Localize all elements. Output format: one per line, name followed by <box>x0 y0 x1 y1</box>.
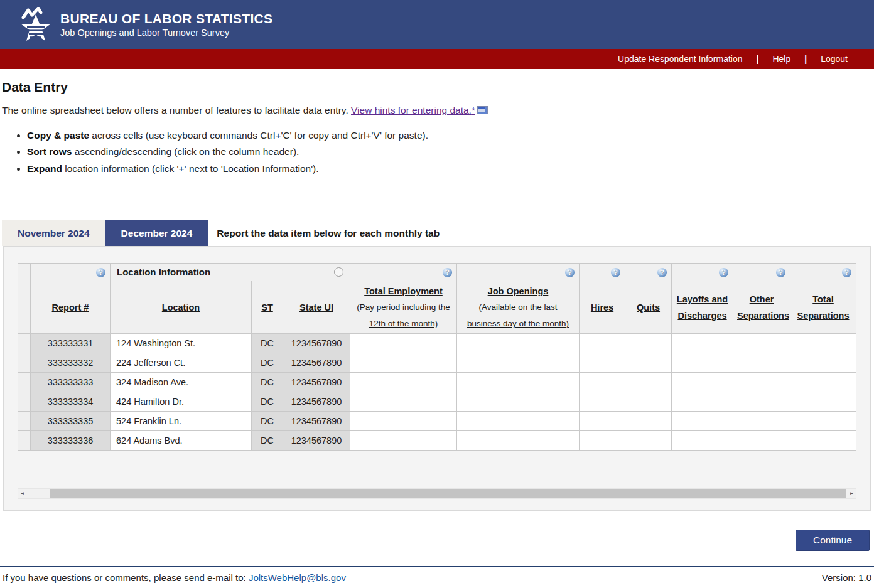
total-separations-entry-cell[interactable] <box>790 431 856 451</box>
total-separations-entry-cell[interactable] <box>790 334 856 353</box>
total-separations-entry-cell[interactable] <box>790 392 856 412</box>
top-navbar: Update Respondent Information | Help | L… <box>0 49 874 69</box>
nav-separator: | <box>804 54 807 64</box>
row-handle <box>18 392 31 412</box>
report-cell: 333333336 <box>31 431 111 451</box>
bls-logo <box>19 7 53 42</box>
total-employment-entry-cell[interactable] <box>350 334 457 353</box>
total-separations-entry-cell[interactable] <box>790 353 856 373</box>
state-ui-cell: 1234567890 <box>283 353 350 373</box>
state-ui-cell: 1234567890 <box>283 412 350 431</box>
column-header-quits[interactable]: Quits <box>625 281 672 334</box>
total-separations-entry-cell[interactable] <box>790 373 856 392</box>
layoffs-discharges-entry-cell[interactable] <box>672 412 733 431</box>
quits-entry-cell[interactable] <box>625 392 672 412</box>
column-header-row: Report # Location ST State UI Total Empl… <box>18 281 856 334</box>
hires-entry-cell[interactable] <box>580 392 625 412</box>
scroll-right-arrow[interactable]: ► <box>848 489 856 498</box>
other-separations-entry-cell[interactable] <box>733 412 790 431</box>
table-row: 333333333 324 Madison Ave. DC 1234567890 <box>18 373 856 392</box>
quits-entry-cell[interactable] <box>625 431 672 451</box>
row-handle <box>18 353 31 373</box>
layoffs-discharges-entry-cell[interactable] <box>672 392 733 412</box>
hires-entry-cell[interactable] <box>580 373 625 392</box>
column-header-location[interactable]: Location <box>111 281 252 334</box>
help-icon[interactable]: ? <box>842 268 851 277</box>
column-header-layoffs-discharges[interactable]: Layoffs and Discharges <box>672 281 733 334</box>
quits-entry-cell[interactable] <box>625 373 672 392</box>
nav-logout[interactable]: Logout <box>821 54 848 64</box>
total-employment-entry-cell[interactable] <box>350 431 457 451</box>
column-header-total-separations[interactable]: Total Separations <box>790 281 856 334</box>
column-header-other-separations[interactable]: Other Separations <box>733 281 790 334</box>
column-header-state-ui[interactable]: State UI <box>283 281 350 334</box>
quits-entry-cell[interactable] <box>625 353 672 373</box>
job-openings-entry-cell[interactable] <box>457 373 580 392</box>
hires-entry-cell[interactable] <box>580 353 625 373</box>
app-header: BUREAU OF LABOR STATISTICS Job Openings … <box>0 0 874 49</box>
other-separations-entry-cell[interactable] <box>733 353 790 373</box>
help-icon[interactable]: ? <box>657 268 667 277</box>
column-header-total-employment[interactable]: Total Employment (Pay period including t… <box>350 281 457 334</box>
report-cell: 333333334 <box>31 392 111 412</box>
scrollbar-thumb[interactable] <box>50 489 846 498</box>
tab-november-2024[interactable]: November 2024 <box>2 220 105 246</box>
help-icon[interactable]: ? <box>96 268 105 277</box>
state-cell: DC <box>252 353 283 373</box>
footer-help-text: If you have questions or comments, pleas… <box>3 572 346 583</box>
total-employment-entry-cell[interactable] <box>350 373 457 392</box>
hires-entry-cell[interactable] <box>580 334 625 353</box>
column-header-hires[interactable]: Hires <box>580 281 625 334</box>
table-row: 333333332 224 Jefferson Ct. DC 123456789… <box>18 353 856 373</box>
report-cell: 333333332 <box>31 353 111 373</box>
app-title: BUREAU OF LABOR STATISTICS <box>60 11 272 26</box>
scroll-left-arrow[interactable]: ◄ <box>18 489 26 498</box>
layoffs-discharges-entry-cell[interactable] <box>672 334 733 353</box>
email-link[interactable]: JoltsWebHelp@bls.gov <box>249 572 346 583</box>
column-header-st[interactable]: ST <box>252 281 283 334</box>
horizontal-scrollbar[interactable]: ◄ ► <box>18 488 856 499</box>
tab-december-2024[interactable]: December 2024 <box>105 220 208 246</box>
quits-entry-cell[interactable] <box>625 412 672 431</box>
total-employment-entry-cell[interactable] <box>350 353 457 373</box>
layoffs-discharges-entry-cell[interactable] <box>672 431 733 451</box>
corner-cell <box>18 264 31 281</box>
job-openings-entry-cell[interactable] <box>457 431 580 451</box>
hires-entry-cell[interactable] <box>580 431 625 451</box>
other-separations-entry-cell[interactable] <box>733 392 790 412</box>
help-icon[interactable]: ? <box>565 268 575 277</box>
other-separations-entry-cell[interactable] <box>733 373 790 392</box>
layoffs-discharges-entry-cell[interactable] <box>672 373 733 392</box>
help-icon[interactable]: ? <box>443 268 452 277</box>
other-separations-entry-cell[interactable] <box>733 334 790 353</box>
group-header-row: ? Location Information − ? ? ? <box>18 264 856 281</box>
collapse-icon[interactable]: − <box>334 267 343 277</box>
hires-entry-cell[interactable] <box>580 412 625 431</box>
new-window-icon[interactable] <box>477 106 488 114</box>
layoffs-discharges-entry-cell[interactable] <box>672 353 733 373</box>
column-header-job-openings[interactable]: Job Openings (Available on the last busi… <box>457 281 580 334</box>
continue-button[interactable]: Continue <box>796 530 870 551</box>
help-icon[interactable]: ? <box>611 268 620 277</box>
job-openings-entry-cell[interactable] <box>457 412 580 431</box>
nav-update-respondent-info[interactable]: Update Respondent Information <box>618 54 742 64</box>
view-hints-link[interactable]: View hints for entering data.* <box>351 105 475 115</box>
nav-help[interactable]: Help <box>772 54 790 64</box>
quits-entry-cell[interactable] <box>625 334 672 353</box>
job-openings-entry-cell[interactable] <box>457 353 580 373</box>
total-employment-entry-cell[interactable] <box>350 412 457 431</box>
job-openings-entry-cell[interactable] <box>457 392 580 412</box>
other-separations-entry-cell[interactable] <box>733 431 790 451</box>
table-row: 333333334 424 Hamilton Dr. DC 1234567890 <box>18 392 856 412</box>
total-separations-entry-cell[interactable] <box>790 412 856 431</box>
quits-group-cell: ? <box>625 264 672 281</box>
help-icon[interactable]: ? <box>719 268 728 277</box>
row-handle <box>18 431 31 451</box>
help-icon[interactable]: ? <box>776 268 785 277</box>
state-cell: DC <box>252 412 283 431</box>
state-cell: DC <box>252 373 283 392</box>
location-information-group-cell: Location Information − <box>111 264 350 281</box>
column-header-report[interactable]: Report # <box>31 281 111 334</box>
job-openings-entry-cell[interactable] <box>457 334 580 353</box>
total-employment-entry-cell[interactable] <box>350 392 457 412</box>
